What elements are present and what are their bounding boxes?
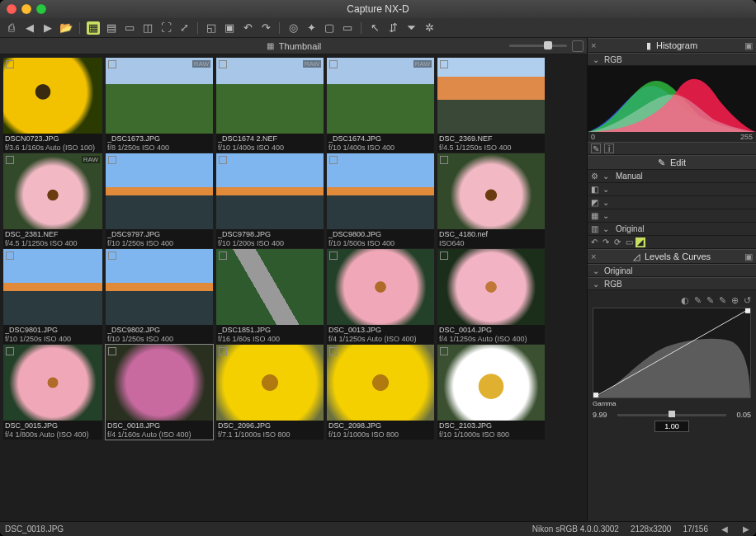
thumbnail-meta: DSC_2098.JPGf/10 1/1000s ISO 800 — [327, 421, 434, 440]
thumbnail-exif: f/10 1/250s ISO 400 — [107, 239, 211, 247]
brush-icon[interactable]: ◢ — [636, 237, 645, 247]
whitepoint-picker-icon[interactable]: ✎ — [719, 295, 726, 306]
print-icon[interactable]: ⎙ — [5, 21, 18, 35]
gallery-panel: ▦Thumbnail DSCN0723.JPGf/3.6 1/160s Auto… — [0, 38, 587, 521]
thumbnail-cell[interactable]: _DSC9800.JPGf/10 1/500s ISO 400 — [327, 153, 434, 248]
gamma-row: 9.99 0.05 — [593, 411, 751, 419]
levels-preset-row[interactable]: ⌄ Original — [588, 264, 756, 277]
back-icon[interactable]: ◀ — [23, 21, 36, 35]
close-icon[interactable]: × — [591, 252, 596, 261]
popout-icon[interactable]: ▣ — [744, 40, 753, 51]
thumbnail-cell[interactable]: DSC_0018.JPGf/4 1/160s Auto (ISO 400) — [106, 345, 213, 440]
metadata-tab-icon[interactable]: i — [604, 143, 614, 153]
next-icon[interactable]: ▶ — [741, 524, 751, 534]
thumbnail-cell[interactable]: _DSC1851.JPGf/16 1/60s ISO 400 — [216, 249, 324, 344]
edit-row[interactable]: ◧⌄ — [588, 183, 756, 196]
thumbnail-cell[interactable]: DSC_0014.JPGf/4 1/1250s Auto (ISO 400) — [437, 249, 545, 344]
thumbnail-cell[interactable]: _DSC9798.JPGf/10 1/200s ISO 400 — [216, 153, 324, 248]
redo-icon[interactable]: ↷ — [601, 237, 611, 247]
edit-row-label: Manual — [616, 172, 643, 181]
thumbnail-cell[interactable]: DSC_0013.JPGf/4 1/1250s Auto (ISO 400) — [327, 249, 434, 344]
reset-curve-icon[interactable]: ↺ — [744, 295, 751, 306]
map-icon[interactable]: ▢ — [323, 21, 336, 35]
gamma-value-input[interactable]: 1.00 — [654, 421, 689, 432]
zoom-fit-icon[interactable]: ◱ — [205, 21, 218, 35]
thumbnail-cell[interactable]: RAW_DSC1674 2.NEFf/10 1/400s ISO 400 — [216, 58, 324, 153]
rating-icon[interactable]: ✦ — [305, 21, 318, 35]
thumbnail-meta: DSC_2369.NEFf/4.5 1/1250s ISO 400 — [437, 134, 545, 153]
popout-icon[interactable]: ▣ — [744, 252, 753, 262]
thumbnail-cell[interactable]: _DSC9797.JPGf/10 1/250s ISO 400 — [106, 153, 213, 248]
levels-title: Levels & Curves — [645, 252, 711, 261]
gamma-slider[interactable] — [617, 414, 726, 416]
label-icon[interactable]: ◎ — [286, 21, 300, 35]
thumbnail-cell[interactable]: RAW_DSC1674.JPGf/10 1/400s ISO 400 — [327, 58, 434, 153]
blackpoint-picker-icon[interactable]: ✎ — [694, 295, 702, 306]
thumbnail-meta: _DSC1673.JPGf/8 1/250s ISO 400 — [106, 134, 213, 153]
thumbnail-exif: f/4.5 1/1250s ISO 400 — [5, 239, 101, 247]
thumbnail-cell[interactable]: DSC_0015.JPGf/4 1/800s Auto (ISO 400) — [3, 345, 102, 440]
thumbnail-cell[interactable]: DSC_2098.JPGf/10 1/1000s ISO 800 — [327, 345, 434, 440]
fullscreen-icon[interactable]: ⤢ — [177, 21, 191, 35]
rotate-cw-icon[interactable]: ↷ — [259, 21, 272, 35]
cycle-icon[interactable]: ⟳ — [612, 237, 622, 247]
close-icon[interactable]: × — [591, 40, 596, 50]
graypoint-picker-icon[interactable]: ✎ — [706, 295, 714, 306]
thumbnail-filename: DSC_2103.JPG — [439, 421, 543, 430]
hist-axis-max: 255 — [740, 133, 753, 141]
preview-icon[interactable]: ▭ — [341, 21, 354, 35]
thumbnail-cell[interactable]: DSC_2103.JPGf/10 1/1000s ISO 800 — [437, 345, 545, 440]
pointer-icon[interactable]: ↖ — [368, 21, 381, 35]
thumbnail-filename: DSC_2381.NEF — [5, 230, 101, 238]
thumbnail-cell[interactable]: DSC_4180.nefISO640 — [437, 153, 545, 248]
thumbnail-meta: DSC_2103.JPGf/10 1/1000s ISO 800 — [437, 421, 545, 440]
grid-view-icon[interactable]: ▦ — [87, 21, 100, 35]
compare-icon[interactable]: ◫ — [141, 21, 154, 35]
edit-row[interactable]: ▥⌄Original — [588, 223, 756, 236]
edit-indicator-icon — [108, 252, 116, 260]
edit-indicator-icon — [440, 156, 448, 164]
crop-icon[interactable]: ▭ — [624, 237, 634, 247]
raw-badge: RAW — [192, 60, 210, 68]
add-anchor-icon[interactable]: ⊕ — [731, 295, 739, 306]
rotate-ccw-icon[interactable]: ↶ — [241, 21, 254, 35]
fitscreen-icon[interactable]: ⛶ — [159, 21, 172, 35]
single-view-icon[interactable]: ▭ — [123, 21, 136, 35]
thumbnail-cell[interactable]: _DSC9802.JPGf/10 1/250s ISO 400 — [106, 249, 213, 344]
thumbnail-cell[interactable]: DSC_2096.JPGf/7.1 1/1000s ISO 800 — [216, 345, 324, 440]
zoom-100-icon[interactable]: ▣ — [223, 21, 236, 35]
edit-row[interactable]: ▦⌄ — [588, 209, 756, 223]
sort-icon[interactable]: ⇵ — [386, 21, 399, 35]
thumbnail-cell[interactable]: DSC_2369.NEFf/4.5 1/1250s ISO 400 — [437, 58, 545, 153]
open-icon[interactable]: 📂 — [59, 21, 73, 35]
thumbnail-filename: DSC_0015.JPG — [5, 421, 101, 430]
filter-icon[interactable]: ⏷ — [404, 21, 418, 35]
settings-icon[interactable]: ✲ — [423, 21, 436, 35]
thumbnail-exif: f/10 1/250s ISO 400 — [107, 335, 211, 343]
prev-icon[interactable]: ◀ — [720, 524, 730, 534]
edit-row[interactable]: ◩⌄ — [588, 196, 756, 209]
thumbnail-filename: DSC_0013.JPG — [328, 326, 432, 334]
thumbnail-cell[interactable]: RAWDSC_2381.NEFf/4.5 1/1250s ISO 400 — [3, 153, 102, 248]
edit-row[interactable]: ⚙⌄Manual — [588, 170, 756, 183]
thumbnail-cell[interactable]: RAW_DSC1673.JPGf/8 1/250s ISO 400 — [106, 58, 213, 153]
curve-plot[interactable] — [593, 308, 751, 398]
edit-indicator-icon — [219, 156, 227, 164]
forward-icon[interactable]: ▶ — [41, 21, 54, 35]
filmstrip-icon[interactable]: ▤ — [105, 21, 118, 35]
thumb-size-slider[interactable] — [509, 45, 567, 47]
histogram-channel-row[interactable]: ⌄ RGB — [588, 53, 756, 66]
histogram-panel-header: × ▮Histogram ▣ — [588, 38, 756, 53]
pict-icon: ▦ — [589, 211, 599, 221]
levels-channel-row[interactable]: ⌄ RGB — [588, 277, 756, 290]
thumbnail-meta: _DSC1851.JPGf/16 1/60s ISO 400 — [216, 325, 324, 344]
undo-icon[interactable]: ↶ — [589, 237, 599, 247]
separator — [79, 22, 80, 34]
thumbnail-cell[interactable]: DSCN0723.JPGf/3.6 1/160s Auto (ISO 100) — [3, 58, 102, 153]
gallery-pop-button[interactable] — [572, 40, 584, 52]
thumbnail-cell[interactable]: _DSC9801.JPGf/10 1/250s ISO 400 — [3, 249, 102, 344]
contrast-icon[interactable]: ◐ — [681, 295, 689, 306]
thumbnail-image — [106, 249, 213, 325]
edit-tab-icon[interactable]: ✎ — [591, 143, 601, 153]
thumbnail-meta: DSC_0013.JPGf/4 1/1250s Auto (ISO 400) — [327, 325, 434, 344]
